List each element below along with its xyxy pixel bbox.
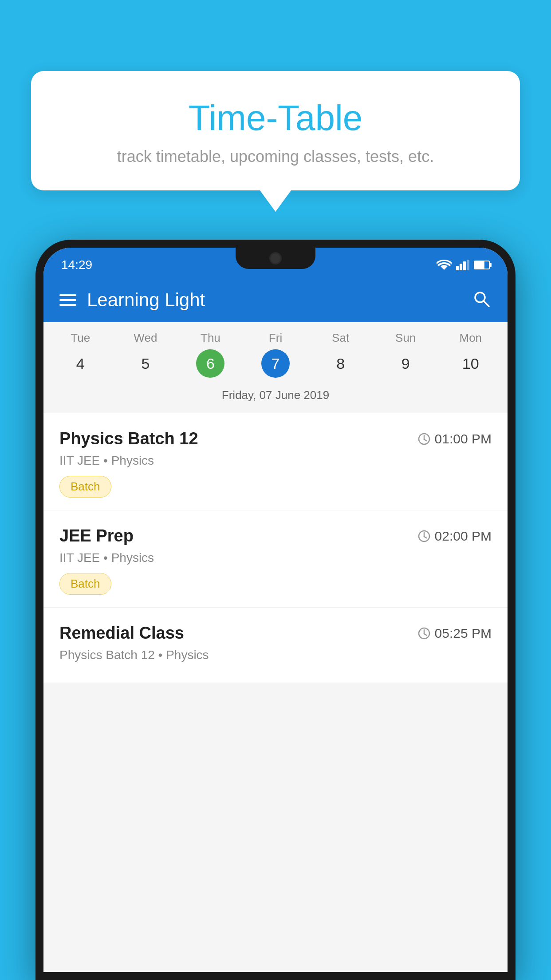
schedule-item-header: Remedial Class05:25 PM (59, 624, 492, 643)
battery-icon (474, 261, 490, 269)
tooltip-title: Time-Table (67, 98, 484, 138)
schedule-item[interactable]: Remedial Class05:25 PMPhysics Batch 12 •… (43, 608, 508, 683)
status-time: 14:29 (61, 258, 92, 272)
status-icons (437, 260, 490, 270)
schedule-meta: Physics Batch 12 • Physics (59, 648, 492, 662)
day-number: 8 (327, 349, 355, 378)
day-label: Sun (395, 331, 416, 345)
day-number: 6 (196, 349, 224, 378)
app-bar-left: Learning Light (59, 289, 205, 311)
svg-line-11 (424, 537, 426, 538)
batch-badge: Batch (59, 573, 111, 595)
svg-line-5 (484, 301, 489, 306)
schedule-time: 01:00 PM (418, 431, 492, 447)
app-title: Learning Light (87, 289, 205, 311)
search-button[interactable] (472, 289, 492, 311)
schedule-time: 02:00 PM (418, 529, 492, 544)
day-number: 5 (131, 349, 160, 378)
hamburger-icon[interactable] (59, 294, 76, 306)
calendar-day[interactable]: Sat8 (308, 331, 373, 378)
clock-icon (418, 433, 430, 445)
day-label: Mon (459, 331, 482, 345)
days-row: Tue4Wed5Thu6Fri7Sat8Sun9Mon10 (43, 331, 508, 378)
selected-date-label: Friday, 07 June 2019 (43, 385, 508, 408)
day-label: Sat (332, 331, 349, 345)
svg-rect-0 (456, 266, 459, 270)
batch-badge: Batch (59, 476, 111, 498)
schedule-title: Remedial Class (59, 624, 184, 643)
schedule-item[interactable]: Physics Batch 1201:00 PMIIT JEE • Physic… (43, 413, 508, 510)
phone-frame: 14:29 (35, 240, 516, 980)
calendar-day[interactable]: Fri7 (243, 331, 308, 378)
schedule-item[interactable]: JEE Prep02:00 PMIIT JEE • PhysicsBatch (43, 510, 508, 608)
svg-line-8 (424, 439, 426, 441)
phone-screen: 14:29 (43, 248, 508, 972)
schedule-item-header: JEE Prep02:00 PM (59, 526, 492, 545)
day-number: 10 (457, 349, 485, 378)
schedule-list: Physics Batch 1201:00 PMIIT JEE • Physic… (43, 413, 508, 683)
schedule-item-header: Physics Batch 1201:00 PM (59, 429, 492, 448)
phone-notch (236, 248, 315, 269)
calendar-day[interactable]: Tue4 (48, 331, 113, 378)
day-label: Fri (269, 331, 282, 345)
svg-rect-1 (460, 264, 462, 270)
svg-rect-2 (463, 261, 466, 270)
clock-icon (418, 627, 430, 640)
calendar-day[interactable]: Thu6 (178, 331, 243, 378)
wifi-icon (437, 260, 452, 270)
tooltip-card: Time-Table track timetable, upcoming cla… (31, 71, 520, 190)
app-bar: Learning Light (43, 278, 508, 322)
schedule-title: Physics Batch 12 (59, 429, 198, 448)
schedule-time: 05:25 PM (418, 626, 492, 641)
signal-icon (456, 260, 469, 270)
clock-icon (418, 530, 430, 542)
day-label: Thu (201, 331, 220, 345)
day-number: 9 (391, 349, 420, 378)
calendar-day[interactable]: Wed5 (113, 331, 178, 378)
calendar-day[interactable]: Mon10 (438, 331, 503, 378)
schedule-meta: IIT JEE • Physics (59, 551, 492, 565)
phone-camera (269, 252, 282, 265)
calendar-day[interactable]: Sun9 (373, 331, 438, 378)
day-number: 7 (261, 349, 290, 378)
schedule-meta: IIT JEE • Physics (59, 454, 492, 468)
calendar-strip: Tue4Wed5Thu6Fri7Sat8Sun9Mon10 Friday, 07… (43, 322, 508, 413)
day-label: Wed (134, 331, 157, 345)
schedule-title: JEE Prep (59, 526, 134, 545)
svg-rect-3 (467, 260, 469, 270)
svg-line-14 (424, 634, 426, 635)
day-number: 4 (66, 349, 94, 378)
day-label: Tue (71, 331, 90, 345)
tooltip-subtitle: track timetable, upcoming classes, tests… (67, 147, 484, 166)
